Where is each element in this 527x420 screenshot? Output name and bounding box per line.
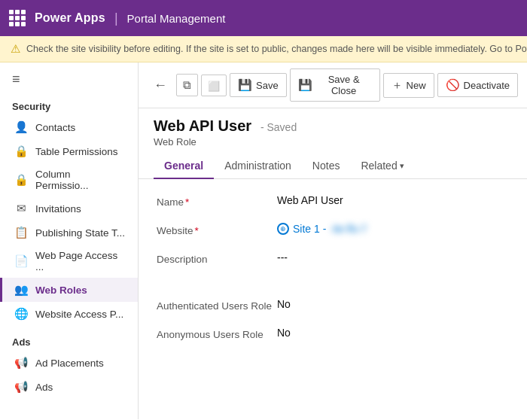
main-content: ← ⧉ ⬜ 💾 Save 💾 Save & Close ＋ New 🚫 Deac [139, 62, 527, 419]
tab-notes-label: Notes [312, 160, 340, 172]
field-name-value: Web API User [277, 194, 509, 206]
field-anon-users-row: Anonymous Users Role No [157, 327, 509, 340]
field-anon-users-label: Anonymous Users Role [157, 327, 277, 340]
field-description-row: Description --- [157, 251, 509, 265]
tab-administration-label: Administration [224, 160, 291, 172]
sidebar-item-label: Web Roles [35, 285, 87, 296]
section-ads-label: Ads [0, 332, 138, 351]
chevron-down-icon: ▾ [400, 161, 404, 171]
top-bar: Power Apps | Portal Management [0, 0, 527, 36]
layout: ≡ Security 👤 Contacts 🔒 Table Permission… [0, 62, 527, 419]
contacts-icon: 👤 [14, 120, 28, 134]
globe-icon: ⊕ [277, 223, 289, 235]
form-content: Name* Web API User Website* ⊕ Site 1 - ·… [139, 179, 527, 419]
warning-icon: ⚠ [11, 42, 20, 56]
field-website-label: Website* [157, 223, 277, 236]
field-website-row: Website* ⊕ Site 1 - ·ite·flo·7 [157, 223, 509, 236]
required-indicator: * [195, 225, 199, 236]
back-button[interactable]: ← [148, 75, 173, 96]
save-icon: 💾 [238, 78, 252, 92]
app-name: Power Apps [35, 11, 105, 25]
web-page-access-icon: 📄 [14, 254, 28, 268]
new-button[interactable]: ＋ New [383, 73, 434, 98]
invitations-icon: ✉ [14, 202, 28, 215]
web-roles-icon: 👥 [14, 283, 28, 297]
top-bar-divider: | [114, 11, 118, 26]
sidebar-item-label: Invitations [35, 203, 81, 215]
save-close-label: Save & Close [316, 74, 372, 96]
sidebar-item-label: Contacts [35, 122, 75, 133]
hamburger-menu[interactable]: ≡ [0, 62, 138, 96]
toolbar: ← ⧉ ⬜ 💾 Save 💾 Save & Close ＋ New 🚫 Deac [139, 62, 527, 108]
field-anon-users-value: No [277, 327, 509, 339]
website-link-blurred: ·ite·flo·7 [330, 223, 367, 235]
sidebar-item-label: Ads [35, 382, 53, 393]
field-name-label: Name* [157, 194, 277, 208]
website-link[interactable]: ⊕ Site 1 - ·ite·flo·7 [277, 223, 509, 235]
sidebar-item-label: Web Page Access ... [35, 250, 126, 272]
tab-related-label: Related [361, 160, 397, 172]
sidebar-item-web-page-access[interactable]: 📄 Web Page Access ... [0, 245, 138, 278]
sidebar-item-label: Ad Placements [35, 358, 104, 369]
field-auth-users-value: No [277, 298, 509, 310]
field-description-value: --- [277, 251, 509, 263]
field-description-label: Description [157, 251, 277, 265]
copy-icon: ⧉ [183, 78, 191, 91]
publishing-state-icon: 📋 [14, 226, 28, 239]
sidebar-item-table-permissions[interactable]: 🔒 Table Permissions [0, 139, 138, 163]
required-indicator: * [185, 196, 189, 208]
sidebar-item-website-access[interactable]: 🌐 Website Access P... [0, 302, 138, 326]
ad-placements-icon: 📢 [14, 356, 28, 370]
sidebar-item-web-roles[interactable]: 👥 Web Roles [0, 278, 138, 302]
copy-button[interactable]: ⧉ [176, 74, 198, 96]
sidebar-item-label: Website Access P... [35, 309, 123, 320]
save-close-button[interactable]: 💾 Save & Close [290, 68, 380, 102]
record-header: Web API User - Saved Web Role [139, 108, 527, 148]
popout-button[interactable]: ⬜ [201, 75, 227, 96]
save-close-icon: 💾 [298, 78, 312, 92]
deactivate-button[interactable]: 🚫 Deactivate [437, 73, 518, 97]
sidebar-item-invitations[interactable]: ✉ Invitations [0, 196, 138, 221]
portal-name: Portal Management [127, 12, 226, 25]
warning-bar: ⚠ Check the site visibility before editi… [0, 36, 527, 62]
tab-notes[interactable]: Notes [302, 154, 351, 179]
tab-general[interactable]: General [154, 154, 214, 179]
field-name-row: Name* Web API User [157, 194, 509, 208]
tabs-container: General Administration Notes Related ▾ [139, 154, 527, 179]
new-label: New [407, 80, 426, 91]
deactivate-icon: 🚫 [446, 78, 460, 92]
sidebar-item-contacts[interactable]: 👤 Contacts [0, 115, 138, 139]
sidebar-item-label: Column Permissio... [35, 169, 126, 191]
new-icon: ＋ [391, 78, 403, 93]
sidebar-item-label: Table Permissions [35, 146, 118, 157]
deactivate-label: Deactivate [464, 80, 510, 91]
popout-icon: ⬜ [208, 81, 220, 92]
field-auth-users-label: Authenticated Users Role [157, 298, 277, 312]
field-auth-users-row: Authenticated Users Role No [157, 298, 509, 312]
record-title-row: Web API User - Saved [154, 117, 512, 135]
website-link-text: Site 1 - [293, 223, 326, 235]
tab-related[interactable]: Related ▾ [350, 154, 414, 179]
website-access-icon: 🌐 [14, 307, 28, 321]
save-button[interactable]: 💾 Save [230, 73, 287, 97]
record-title: Web API User [154, 117, 251, 134]
sidebar-item-ad-placements[interactable]: 📢 Ad Placements [0, 351, 138, 375]
record-subtitle: Web Role [154, 136, 512, 148]
tab-general-label: General [164, 160, 203, 172]
sidebar-item-column-permissions[interactable]: 🔒 Column Permissio... [0, 163, 138, 196]
column-permissions-icon: 🔒 [14, 173, 28, 187]
form-gap2 [157, 289, 509, 298]
sidebar-item-ads[interactable]: 📢 Ads [0, 375, 138, 399]
record-saved-label: - Saved [260, 121, 297, 133]
warning-text: Check the site visibility before editing… [26, 44, 527, 54]
apps-grid-icon[interactable] [9, 10, 26, 26]
table-permissions-icon: 🔒 [14, 145, 28, 158]
sidebar-item-publishing-state[interactable]: 📋 Publishing State T... [0, 221, 138, 245]
form-gap [157, 280, 509, 289]
section-security-label: Security [0, 96, 138, 115]
sidebar-item-label: Publishing State T... [35, 227, 125, 239]
ads-icon: 📢 [14, 380, 28, 394]
save-label: Save [256, 80, 279, 91]
tab-administration[interactable]: Administration [214, 154, 302, 179]
field-website-value: ⊕ Site 1 - ·ite·flo·7 [277, 223, 509, 235]
